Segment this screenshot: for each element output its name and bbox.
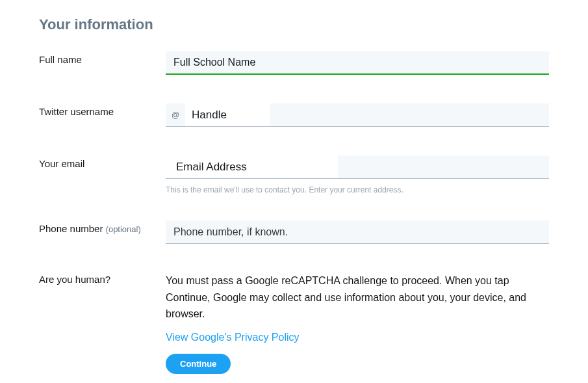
full-name-input[interactable] <box>166 51 549 75</box>
privacy-policy-link[interactable]: View Google's Privacy Policy <box>166 332 300 343</box>
phone-input[interactable] <box>166 220 549 244</box>
captcha-label: Are you human? <box>39 272 166 285</box>
username-field-spacer <box>270 103 549 126</box>
full-name-label: Full name <box>39 51 166 65</box>
phone-label-text: Phone number <box>39 223 106 234</box>
phone-optional-text: (optional) <box>106 224 141 234</box>
phone-label: Phone number (optional) <box>39 220 166 234</box>
section-heading: Your information <box>39 16 549 33</box>
username-input[interactable] <box>185 103 270 126</box>
email-label: Your email <box>39 155 166 169</box>
email-help-text: This is the email we'll use to contact y… <box>166 185 549 194</box>
username-label: Twitter username <box>39 103 166 117</box>
at-symbol-icon: @ <box>166 103 185 126</box>
continue-button[interactable]: Continue <box>166 354 231 374</box>
email-field-spacer <box>338 155 549 178</box>
captcha-description: You must pass a Google reCAPTCHA challen… <box>166 272 549 323</box>
email-input[interactable] <box>166 155 338 178</box>
